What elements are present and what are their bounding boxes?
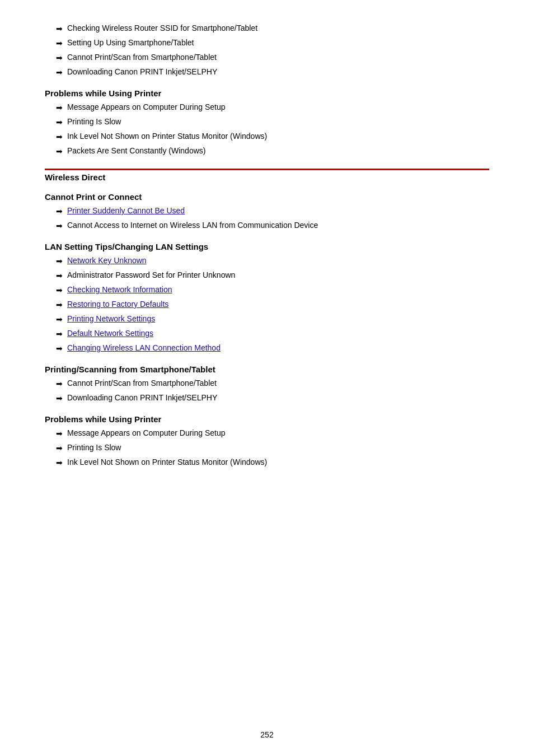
list-item: ➡ Packets Are Sent Constantly (Windows)	[56, 145, 489, 157]
arrow-icon: ➡	[56, 116, 63, 128]
list-item: ➡ Message Appears on Computer During Set…	[56, 101, 489, 114]
problems-list-2: ➡ Message Appears on Computer During Set…	[45, 427, 489, 469]
list-item: ➡ Network Key Unknown	[56, 255, 489, 267]
page-number: 252	[0, 730, 534, 739]
wireless-direct-section: Wireless Direct	[45, 169, 489, 182]
arrow-icon: ➡	[56, 284, 63, 296]
list-item: ➡ Downloading Canon PRINT Inkjet/SELPHY	[56, 66, 489, 78]
default-network-settings-link[interactable]: Default Network Settings	[67, 328, 153, 339]
arrow-icon: ➡	[56, 343, 63, 354]
list-item: ➡ Printer Suddenly Cannot Be Used	[56, 205, 489, 217]
lan-setting-list: ➡ Network Key Unknown ➡ Administrator Pa…	[45, 255, 489, 354]
list-item: ➡ Downloading Canon PRINT Inkjet/SELPHY	[56, 392, 489, 404]
arrow-icon: ➡	[56, 457, 63, 469]
list-item: ➡ Cannot Print/Scan from Smartphone/Tabl…	[56, 52, 489, 64]
list-item: ➡ Checking Wireless Router SSID for Smar…	[56, 22, 489, 35]
list-item: ➡ Printing Network Settings	[56, 313, 489, 325]
list-item: ➡ Cannot Print/Scan from Smartphone/Tabl…	[56, 377, 489, 390]
arrow-icon: ➡	[56, 314, 63, 325]
section-heading: Problems while Using Printer	[45, 414, 489, 424]
network-key-unknown-link[interactable]: Network Key Unknown	[67, 255, 147, 267]
cannot-print-list: ➡ Printer Suddenly Cannot Be Used ➡ Cann…	[45, 205, 489, 232]
arrow-icon: ➡	[56, 23, 63, 35]
list-item: ➡ Message Appears on Computer During Set…	[56, 427, 489, 440]
arrow-icon: ➡	[56, 102, 63, 114]
list-item: ➡ Administrator Password Set for Printer…	[56, 269, 489, 282]
list-item: ➡ Default Network Settings	[56, 328, 489, 340]
changing-wireless-lan-link[interactable]: Changing Wireless LAN Connection Method	[67, 342, 221, 354]
printer-suddenly-link[interactable]: Printer Suddenly Cannot Be Used	[67, 205, 185, 217]
arrow-icon: ➡	[56, 52, 63, 64]
problems-using-printer-section-2: Problems while Using Printer ➡ Message A…	[45, 414, 489, 469]
section-heading: Problems while Using Printer	[45, 88, 489, 98]
list-item: ➡ Cannot Access to Internet on Wireless …	[56, 220, 489, 232]
arrow-icon: ➡	[56, 442, 63, 454]
arrow-icon: ➡	[56, 131, 63, 143]
list-item: ➡ Changing Wireless LAN Connection Metho…	[56, 342, 489, 354]
arrow-icon: ➡	[56, 146, 63, 157]
printing-scanning-list: ➡ Cannot Print/Scan from Smartphone/Tabl…	[45, 377, 489, 404]
arrow-icon: ➡	[56, 428, 63, 440]
list-item: ➡ Setting Up Using Smartphone/Tablet	[56, 37, 489, 49]
list-item: ➡ Printing Is Slow	[56, 116, 489, 128]
problems-using-printer-section-1: Problems while Using Printer ➡ Message A…	[45, 88, 489, 157]
restoring-factory-defaults-link[interactable]: Restoring to Factory Defaults	[67, 298, 168, 310]
wireless-direct-heading: Wireless Direct	[45, 172, 489, 182]
section-heading: LAN Setting Tips/Changing LAN Settings	[45, 242, 489, 251]
arrow-icon: ➡	[56, 393, 63, 404]
list-item: ➡ Restoring to Factory Defaults	[56, 298, 489, 311]
section-divider	[45, 169, 489, 170]
arrow-icon: ➡	[56, 206, 63, 217]
arrow-icon: ➡	[56, 378, 63, 390]
arrow-icon: ➡	[56, 328, 63, 340]
cannot-print-connect-section: Cannot Print or Connect ➡ Printer Sudden…	[45, 192, 489, 232]
arrow-icon: ➡	[56, 299, 63, 311]
problems-list-1: ➡ Message Appears on Computer During Set…	[45, 101, 489, 157]
arrow-icon: ➡	[56, 255, 63, 267]
arrow-icon: ➡	[56, 220, 63, 232]
checking-network-info-link[interactable]: Checking Network Information	[67, 284, 172, 296]
arrow-icon: ➡	[56, 67, 63, 78]
list-item: ➡ Checking Network Information	[56, 284, 489, 296]
list-item: ➡ Ink Level Not Shown on Printer Status …	[56, 456, 489, 469]
arrow-icon: ➡	[56, 270, 63, 282]
lan-setting-tips-section: LAN Setting Tips/Changing LAN Settings ➡…	[45, 242, 489, 354]
top-list: ➡ Checking Wireless Router SSID for Smar…	[45, 22, 489, 78]
list-item: ➡ Ink Level Not Shown on Printer Status …	[56, 130, 489, 143]
printing-scanning-section: Printing/Scanning from Smartphone/Tablet…	[45, 365, 489, 404]
list-item: ➡ Printing Is Slow	[56, 442, 489, 454]
section-heading: Cannot Print or Connect	[45, 192, 489, 202]
arrow-icon: ➡	[56, 38, 63, 49]
printing-network-settings-link[interactable]: Printing Network Settings	[67, 313, 155, 325]
section-heading: Printing/Scanning from Smartphone/Tablet	[45, 365, 489, 374]
